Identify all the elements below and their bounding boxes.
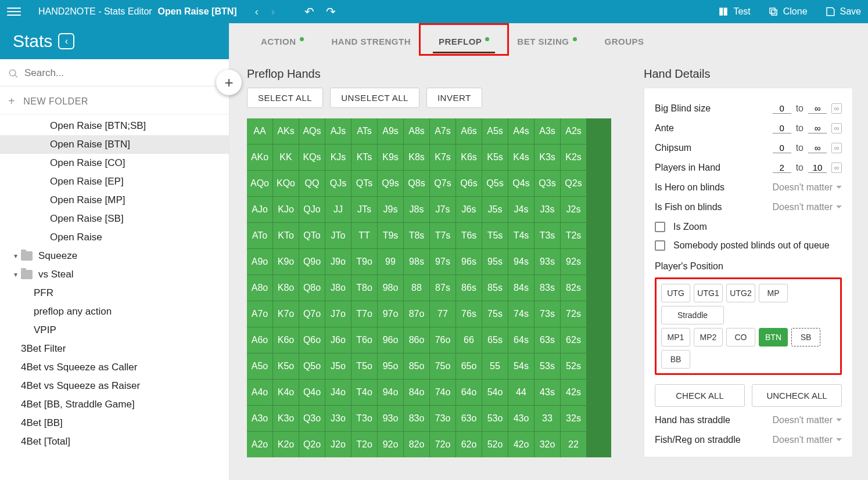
hand-cell[interactable]: J4s xyxy=(508,197,534,222)
hand-cell[interactable]: 85o xyxy=(404,353,429,379)
redo-icon[interactable]: ↷ xyxy=(326,5,336,19)
hand-cell[interactable]: 94s xyxy=(508,249,534,275)
hand-cell[interactable]: QTs xyxy=(351,171,377,196)
tab-bet-sizing[interactable]: BET SIZING xyxy=(503,23,590,59)
tree-item[interactable]: 4Bet [Total] xyxy=(0,432,229,451)
hand-cell[interactable]: J9s xyxy=(378,197,403,222)
position-mp[interactable]: MP xyxy=(759,284,788,302)
hand-cell[interactable]: 82o xyxy=(404,432,429,457)
clone-button[interactable]: Clone xyxy=(768,6,808,17)
hand-cell[interactable]: J3o xyxy=(325,406,351,431)
hand-cell[interactable]: T8s xyxy=(404,223,429,248)
hand-cell[interactable]: 62s xyxy=(561,327,586,353)
hand-cell[interactable]: 97s xyxy=(430,249,455,275)
select-all-button[interactable]: SELECT ALL xyxy=(247,88,323,108)
hand-cell[interactable]: A2s xyxy=(561,118,586,144)
chipsum-to-input[interactable] xyxy=(808,143,827,153)
hand-cell[interactable]: J5o xyxy=(325,353,351,379)
tree-item[interactable]: VPIP xyxy=(0,321,229,340)
hand-cell[interactable]: KTs xyxy=(351,145,377,170)
hand-cell[interactable]: 94o xyxy=(378,380,403,405)
hand-cell[interactable]: JJ xyxy=(325,197,351,222)
hand-cell[interactable]: K6o xyxy=(273,327,299,353)
tree-item[interactable]: ▾Squeeze xyxy=(0,247,229,265)
hand-cell[interactable]: 55 xyxy=(482,353,508,379)
new-folder-button[interactable]: + NEW FOLDER xyxy=(0,89,229,114)
hand-cell[interactable]: J5s xyxy=(482,197,508,222)
hand-cell[interactable]: A4s xyxy=(508,118,534,144)
hand-cell[interactable]: 66 xyxy=(456,327,482,353)
position-utg2[interactable]: UTG2 xyxy=(726,284,755,302)
uncheck-all-button[interactable]: UNCHECK ALL xyxy=(752,384,842,407)
hand-cell[interactable]: A7o xyxy=(247,301,272,327)
position-mp1[interactable]: MP1 xyxy=(661,328,690,347)
hand-cell[interactable]: 86o xyxy=(404,327,429,353)
infinity-toggle[interactable]: ∞ xyxy=(831,163,842,173)
bb-from-input[interactable] xyxy=(773,103,791,114)
hand-cell[interactable]: KJo xyxy=(273,197,299,222)
fish-blinds-dropdown[interactable]: Doesn't matter xyxy=(772,202,842,212)
chipsum-from-input[interactable] xyxy=(773,143,791,153)
search-input[interactable] xyxy=(8,65,221,84)
hand-cell[interactable]: 98s xyxy=(404,249,429,275)
hand-cell[interactable]: 52s xyxy=(561,353,586,379)
hand-cell[interactable]: K3o xyxy=(273,406,299,431)
hand-cell[interactable]: 93o xyxy=(378,406,403,431)
hand-cell[interactable]: J9o xyxy=(325,249,351,275)
hand-cell[interactable]: K8o xyxy=(273,275,299,301)
infinity-toggle[interactable]: ∞ xyxy=(831,103,842,114)
hand-cell[interactable]: Q8o xyxy=(299,275,325,301)
invert-button[interactable]: INVERT xyxy=(426,88,482,108)
hand-cell[interactable]: A8o xyxy=(247,275,272,301)
hand-cell[interactable]: KQo xyxy=(273,171,299,196)
hand-cell[interactable]: A3o xyxy=(247,406,272,431)
hand-cell[interactable]: J4o xyxy=(325,380,351,405)
hand-cell[interactable]: A7s xyxy=(430,118,455,144)
hand-cell[interactable]: AKo xyxy=(247,145,272,170)
hand-cell[interactable]: 62o xyxy=(456,432,482,457)
tab-preflop[interactable]: PREFLOP xyxy=(425,23,503,59)
hand-cell[interactable]: 32s xyxy=(561,406,586,431)
hand-cell[interactable]: K2o xyxy=(273,432,299,457)
hand-cell[interactable]: K4o xyxy=(273,380,299,405)
hand-cell[interactable]: A9o xyxy=(247,249,272,275)
hand-cell[interactable]: T2o xyxy=(351,432,377,457)
hand-cell[interactable]: A9s xyxy=(378,118,403,144)
hand-cell[interactable]: Q2o xyxy=(299,432,325,457)
hand-cell[interactable]: K9o xyxy=(273,249,299,275)
hand-cell[interactable]: 32o xyxy=(535,432,560,457)
ante-from-input[interactable] xyxy=(773,123,791,133)
hand-cell[interactable]: KK xyxy=(273,145,299,170)
hand-cell[interactable]: J7o xyxy=(325,301,351,327)
hand-cell[interactable]: A4o xyxy=(247,380,272,405)
hand-cell[interactable]: T4s xyxy=(508,223,534,248)
hand-cell[interactable]: K3s xyxy=(535,145,560,170)
tree-item[interactable]: 4Bet [BB, Straddle Game] xyxy=(0,395,229,414)
hand-cell[interactable]: 88 xyxy=(404,275,429,301)
tree-item[interactable]: Open Raise xyxy=(0,228,229,247)
hand-cell[interactable]: ATs xyxy=(351,118,377,144)
hand-cell[interactable]: 42o xyxy=(508,432,534,457)
hand-cell[interactable]: 53o xyxy=(482,406,508,431)
posted-ooq-checkbox[interactable] xyxy=(655,240,665,251)
tree-item[interactable]: Open Raise [EP] xyxy=(0,172,229,191)
hand-cell[interactable]: 87s xyxy=(430,275,455,301)
position-bb[interactable]: BB xyxy=(661,350,690,369)
hand-cell[interactable]: 72s xyxy=(561,301,586,327)
hand-cell[interactable]: QJo xyxy=(299,197,325,222)
hand-cell[interactable]: JTs xyxy=(351,197,377,222)
hand-cell[interactable]: QQ xyxy=(299,171,325,196)
hand-cell[interactable]: T5s xyxy=(482,223,508,248)
hand-cell[interactable]: 85s xyxy=(482,275,508,301)
hand-cell[interactable]: Q4s xyxy=(508,171,534,196)
tree-item[interactable]: 4Bet vs Squeeze as Raiser xyxy=(0,377,229,395)
hand-cell[interactable]: KTo xyxy=(273,223,299,248)
hand-cell[interactable]: 95s xyxy=(482,249,508,275)
tree-item[interactable]: 4Bet [BB] xyxy=(0,414,229,432)
players-to-input[interactable] xyxy=(808,163,827,173)
hand-cell[interactable]: Q6s xyxy=(456,171,482,196)
hand-cell[interactable]: 73s xyxy=(535,301,560,327)
hand-cell[interactable]: 64s xyxy=(508,327,534,353)
position-co[interactable]: CO xyxy=(726,328,755,347)
hand-cell[interactable]: 84o xyxy=(404,380,429,405)
